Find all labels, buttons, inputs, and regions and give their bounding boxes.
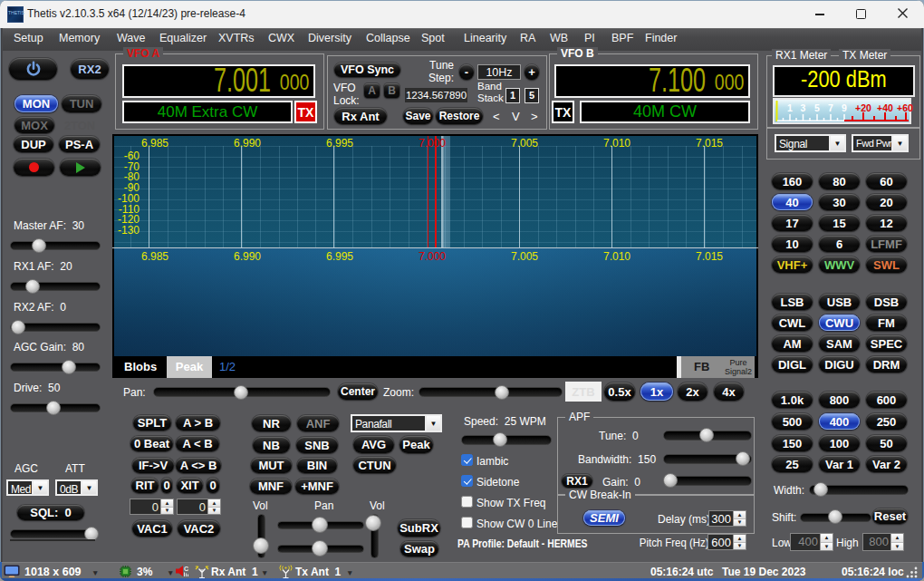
svg-text:+40: +40 [877, 102, 893, 113]
svg-text:9: 9 [842, 102, 847, 113]
svg-text:7: 7 [828, 102, 833, 113]
svg-text:5: 5 [814, 102, 820, 113]
svg-text:C: C [184, 566, 188, 572]
svg-text:+60: +60 [897, 102, 913, 113]
svg-text:1: 1 [787, 102, 793, 113]
svg-text:3: 3 [801, 102, 806, 113]
svg-text:+20: +20 [855, 102, 871, 113]
